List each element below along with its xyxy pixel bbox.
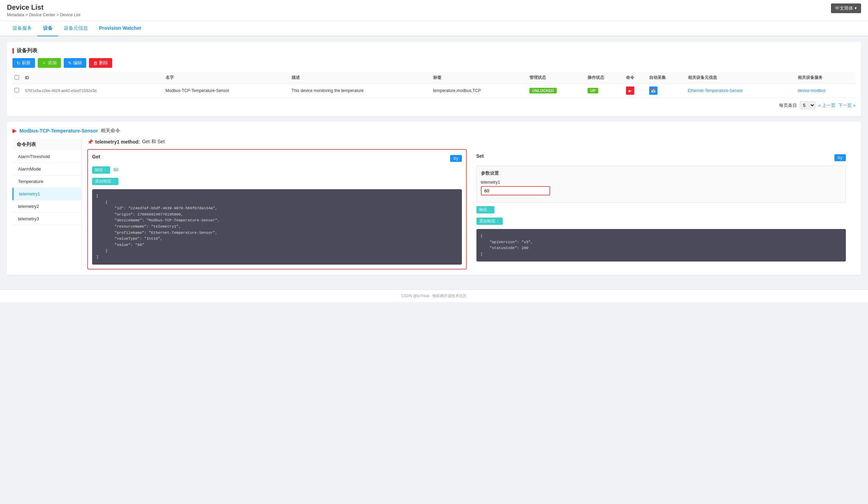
get-json-box: [ { "id": "c24ed7af-b5df-4039-9070-569fb…: [92, 189, 462, 265]
param-value-input[interactable]: [481, 186, 550, 195]
command-card: ▶ Modbus-TCP-Temperature-Sensor 相关命令 命令列…: [7, 122, 861, 275]
pagination: 每页条目 5 10 20 « 上一页 下一页 »: [12, 98, 856, 111]
cell-cmd[interactable]: ▶: [624, 84, 647, 98]
set-box: Set try 参数设置 telemetry1 响应：: [472, 149, 850, 269]
title-bar-icon: [12, 48, 14, 54]
delete-button[interactable]: 🗑 删除: [89, 58, 112, 68]
set-response-row: 响应：: [476, 206, 846, 216]
admin-state-badge: UNLOCKED: [529, 88, 556, 93]
op-state-badge: UP: [588, 88, 598, 93]
cell-admin-state: UNLOCKED: [527, 84, 585, 98]
refresh-icon: ↻: [17, 61, 20, 66]
command-layout: 命令列表 AlarmThreshold AlarmMode Temperatur…: [12, 139, 856, 269]
cmd-item-telemetry1[interactable]: telemetry1: [12, 188, 81, 200]
command-device-name[interactable]: Modbus-TCP-Temperature-Sensor: [19, 128, 98, 134]
cell-desc: This device monitoring the temperature: [289, 84, 431, 98]
select-all-checkbox[interactable]: [15, 75, 19, 80]
col-op-state: 操作状态: [585, 72, 624, 84]
breadcrumb: Metadata > Device Center > Device List: [7, 12, 80, 17]
delete-icon: 🗑: [93, 61, 98, 66]
col-admin-state: 管理状态: [527, 72, 585, 84]
command-section-icon: ▶: [12, 127, 17, 134]
params-title: 参数设置: [481, 170, 842, 176]
col-tags: 标签: [431, 72, 528, 84]
command-suffix: 相关命令: [101, 128, 120, 134]
cell-tags: temperature,modbus,TCP: [431, 84, 528, 98]
get-response-label: 响应：: [92, 166, 110, 174]
cmd-item-telemetry3[interactable]: telemetry3: [12, 213, 81, 225]
get-try-button[interactable]: try: [450, 155, 462, 162]
cell-id: 57f21e5a-c2be-4629-ad42-e5ed71592e3d: [23, 84, 163, 98]
device-list-title: 设备列表: [12, 47, 856, 54]
row-checkbox[interactable]: [15, 88, 19, 92]
tab-device[interactable]: 设备: [37, 21, 58, 36]
set-json-box: { "apiVersion": "v3", "statusCode": 200 …: [476, 229, 846, 262]
params-section: 参数设置 telemetry1: [476, 166, 846, 203]
profile-link[interactable]: Ethernet-Temperature-Sensor: [688, 88, 743, 93]
get-response-row: 响应： 60: [92, 166, 462, 176]
command-list: 命令列表 AlarmThreshold AlarmMode Temperatur…: [12, 139, 82, 269]
device-list-card: 设备列表 ↻ 刷新 ＋ 添加 ✎ 编辑 🗑 删除: [7, 42, 861, 116]
param-input-group: telemetry1: [481, 180, 842, 195]
tab-provision-watcher[interactable]: Provision Watcher: [93, 21, 147, 36]
get-title: Get: [92, 154, 100, 159]
toolbar: ↻ 刷新 ＋ 添加 ✎ 编辑 🗑 删除: [12, 58, 856, 68]
per-page-select[interactable]: 5 10 20: [800, 101, 815, 109]
prev-page[interactable]: « 上一页: [818, 102, 835, 109]
col-id: ID: [23, 72, 163, 84]
cell-auto[interactable]: 📅: [647, 84, 686, 98]
edit-icon: ✎: [68, 61, 72, 66]
cmd-item-telemetry2[interactable]: telemetry2: [12, 200, 81, 213]
tabs-bar: 设备服务 设备 设备元信息 Provision Watcher: [0, 21, 868, 36]
cmd-item-temperature[interactable]: Temperature: [12, 175, 81, 188]
tab-device-metadata[interactable]: 设备元信息: [58, 21, 93, 36]
cmd-icon-btn[interactable]: ▶: [626, 86, 634, 95]
table-row: 57f21e5a-c2be-4629-ad42-e5ed71592e3d Mod…: [12, 84, 856, 98]
service-link[interactable]: device-modbus: [798, 88, 826, 93]
title-area: Device List Metadata > Device Center > D…: [7, 3, 80, 17]
page-title: Device List: [7, 3, 80, 11]
device-table: ID 名字 描述 标签 管理状态 操作状态 命令 自动采集 相关设备元信息 相关…: [12, 72, 856, 98]
cell-profile[interactable]: Ethernet-Temperature-Sensor: [686, 84, 796, 98]
param-label: telemetry1: [481, 180, 842, 185]
refresh-button[interactable]: ↻ 刷新: [12, 58, 35, 68]
col-name: 名字: [163, 72, 289, 84]
tab-device-service[interactable]: 设备服务: [7, 21, 37, 36]
add-icon: ＋: [42, 60, 46, 66]
breadcrumb-metadata[interactable]: Metadata: [7, 12, 24, 17]
lang-button[interactable]: 中文简体 ▾: [831, 3, 861, 13]
cell-op-state: UP: [585, 84, 624, 98]
get-raw-response-label: 原始响应：: [92, 178, 118, 185]
set-try-button[interactable]: try: [834, 154, 846, 161]
method-label: telemetry1 method:: [95, 139, 140, 145]
set-raw-response-row: 原始响应：: [476, 218, 846, 227]
breadcrumb-current: Device List: [60, 12, 80, 17]
command-list-title: 命令列表: [12, 139, 81, 150]
get-response-value: 60: [114, 167, 118, 172]
edit-button[interactable]: ✎ 编辑: [64, 58, 86, 68]
command-detail: 📌 telemetry1 method: Get 和 Set Get try 响…: [82, 139, 856, 269]
col-cmd: 命令: [624, 72, 647, 84]
cmd-item-alarmthreshold[interactable]: AlarmThreshold: [12, 150, 81, 163]
top-bar: Device List Metadata > Device Center > D…: [0, 0, 868, 21]
get-box: Get try 响应： 60 原始响应： [ { "id": "c24ed7af…: [87, 149, 467, 269]
method-types: Get 和 Set: [142, 139, 164, 145]
per-page-label: 每页条目: [779, 102, 797, 109]
get-set-layout: Get try 响应： 60 原始响应： [ { "id": "c24ed7af…: [87, 149, 850, 269]
next-page[interactable]: 下一页 »: [838, 102, 856, 109]
set-title: Set: [476, 153, 484, 159]
cell-name: Modbus-TCP-Temperature-Sensor: [163, 84, 289, 98]
footer: CSDN @IoTHub · 物联网开源技术社区: [0, 290, 868, 302]
col-service: 相关设备服务: [796, 72, 856, 84]
breadcrumb-device-center[interactable]: Device Center: [29, 12, 55, 17]
add-button[interactable]: ＋ 添加: [38, 58, 61, 68]
col-profile: 相关设备元信息: [686, 72, 796, 84]
auto-icon-btn[interactable]: 📅: [649, 86, 657, 95]
method-title: 📌 telemetry1 method: Get 和 Set: [87, 139, 850, 145]
set-raw-response-label: 原始响应：: [476, 218, 503, 225]
col-desc: 描述: [289, 72, 431, 84]
cmd-item-alarmmode[interactable]: AlarmMode: [12, 163, 81, 175]
cell-service[interactable]: device-modbus: [796, 84, 856, 98]
col-auto: 自动采集: [647, 72, 686, 84]
main-content: 设备列表 ↻ 刷新 ＋ 添加 ✎ 编辑 🗑 删除: [0, 36, 868, 286]
